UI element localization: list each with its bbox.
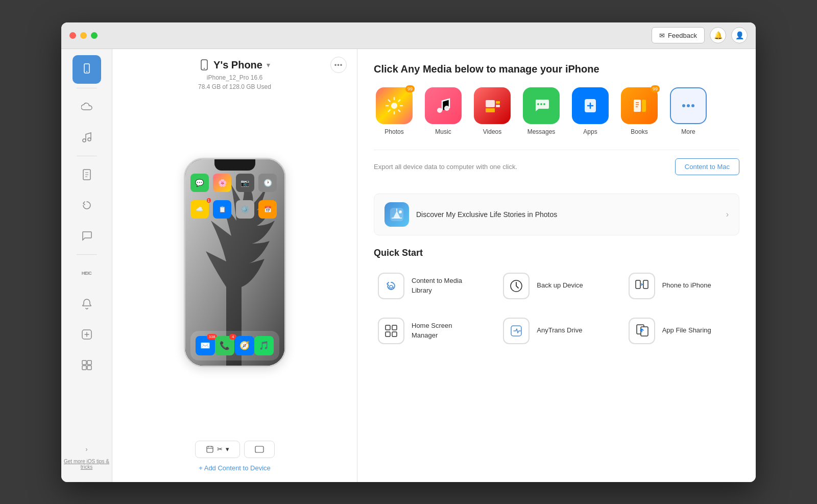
apps-svg xyxy=(581,96,600,115)
phone-app-grid-2: ☁️1 📋 ⚙️ 📅 xyxy=(188,200,281,219)
device-storage: 78.4 GB of 128.0 GB Used xyxy=(198,83,271,90)
content-to-mac-button[interactable]: Content to Mac xyxy=(675,158,739,175)
svg-rect-14 xyxy=(255,446,263,452)
sidebar-divider-2 xyxy=(77,156,97,156)
messages-label: Messages xyxy=(527,128,556,135)
sidebar-item-alerts[interactable] xyxy=(73,290,101,318)
life-stories-icon xyxy=(385,202,409,227)
phone-weather-app: ☁️1 xyxy=(190,200,209,219)
svg-point-22 xyxy=(537,103,539,105)
sidebar-item-tools[interactable] xyxy=(73,351,101,379)
sidebar-item-music[interactable] xyxy=(73,123,101,152)
add-content-link[interactable]: + Add Content to Device xyxy=(199,464,271,472)
media-item-photos[interactable]: 99 Photos xyxy=(374,87,415,135)
apps-label: Apps xyxy=(583,128,597,135)
device-name: Y's Phone xyxy=(213,59,262,71)
phone-settings-app: ⚙️ xyxy=(236,200,254,219)
dock-spotify-icon: 🎵 xyxy=(254,336,274,355)
books-icon: 99 xyxy=(621,87,658,124)
media-item-books[interactable]: 99 Books xyxy=(619,87,660,135)
appstore-icon xyxy=(81,329,92,340)
quick-item-backup[interactable]: Back up Device xyxy=(499,269,614,303)
messages-icon xyxy=(81,230,92,242)
export-row: Export all device data to computer with … xyxy=(374,150,739,183)
feedback-button[interactable]: ✉ Feedback xyxy=(652,27,705,43)
user-icon: 👤 xyxy=(735,31,744,39)
device-icon xyxy=(81,63,93,76)
sidebar-item-restore[interactable] xyxy=(73,191,101,220)
media-item-videos[interactable]: Videos xyxy=(472,87,513,135)
title-bar: ✉ Feedback 🔔 👤 xyxy=(61,22,756,49)
backup-svg xyxy=(509,278,524,294)
minimize-button[interactable] xyxy=(80,32,87,39)
music-icon xyxy=(425,87,462,124)
svg-rect-38 xyxy=(392,325,397,330)
device-panel: Y's Phone ▾ ••• iPhone_12_Pro 16.6 78.4 … xyxy=(112,49,357,482)
photos-label: Photos xyxy=(385,128,403,135)
sidebar-collapse-button[interactable]: › xyxy=(80,442,94,457)
media-title: Click Any Media below to manage your iPh… xyxy=(374,63,739,75)
svg-rect-36 xyxy=(643,280,648,289)
svg-rect-39 xyxy=(386,332,390,337)
sidebar-item-files[interactable] xyxy=(73,160,101,189)
svg-rect-35 xyxy=(636,280,640,289)
sidebar-bottom: › Get more iOS tips & tricks xyxy=(61,442,112,476)
apps-icon xyxy=(572,87,609,124)
app-file-sharing-icon xyxy=(629,318,655,344)
media-item-messages[interactable]: Messages xyxy=(521,87,562,135)
media-item-music[interactable]: Music xyxy=(423,87,464,135)
anytrans-drive-svg xyxy=(509,323,524,339)
export-text: Export all device data to computer with … xyxy=(374,163,517,171)
sidebar-item-device[interactable] xyxy=(73,55,101,84)
sidebar-tips-link[interactable]: Get more iOS tips & tricks xyxy=(61,459,112,470)
phone-to-phone-icon xyxy=(629,273,655,299)
quick-item-content-to-media[interactable]: Content to MediaLibrary xyxy=(374,269,489,303)
quick-item-phone-to-phone[interactable]: Phone to iPhone xyxy=(624,269,739,303)
messages-icon xyxy=(523,87,560,124)
more-svg xyxy=(679,96,698,115)
feedback-mail-icon: ✉ xyxy=(659,32,665,39)
svg-rect-13 xyxy=(207,446,213,452)
svg-point-30 xyxy=(691,104,694,107)
music-svg xyxy=(434,96,453,115)
life-stories-banner[interactable]: Discover My Exclusive Life Stories in Ph… xyxy=(374,194,739,235)
phone-messages-app: 💬 xyxy=(190,174,209,192)
sidebar-item-messages[interactable] xyxy=(73,222,101,250)
svg-rect-37 xyxy=(386,325,390,330)
maximize-button[interactable] xyxy=(91,32,98,39)
mirror-button[interactable] xyxy=(244,441,275,458)
sidebar-item-cloud[interactable] xyxy=(73,92,101,121)
dock-phone-icon: 📞 4 xyxy=(215,336,234,355)
sidebar-item-heic[interactable]: HEIC xyxy=(73,259,101,287)
quick-item-home-screen[interactable]: Home ScreenManager xyxy=(374,314,489,348)
close-button[interactable] xyxy=(69,32,76,39)
phone-clock-app: 🕐 xyxy=(258,174,277,192)
main-content: Click Any Media below to manage your iPh… xyxy=(357,49,756,482)
alerts-icon xyxy=(82,298,92,309)
user-button[interactable]: 👤 xyxy=(731,27,748,43)
svg-rect-18 xyxy=(486,100,495,107)
media-item-more[interactable]: More xyxy=(668,87,709,135)
screenshot-button[interactable]: ✂ ▾ xyxy=(195,441,240,458)
device-more-button[interactable]: ••• xyxy=(330,57,347,73)
quick-start-grid: Content to MediaLibrary Back up Device xyxy=(374,269,739,348)
screenshot-dropdown-icon: ▾ xyxy=(226,445,229,453)
sidebar-item-appstore[interactable] xyxy=(73,320,101,349)
content-to-media-label: Content to MediaLibrary xyxy=(412,276,462,295)
phone-notch xyxy=(214,159,255,171)
notification-button[interactable]: 🔔 xyxy=(710,27,726,43)
svg-point-17 xyxy=(444,106,449,111)
device-header-icon xyxy=(199,59,209,70)
life-stories-svg xyxy=(389,207,404,222)
phone-reminders-app: 📋 xyxy=(213,200,231,219)
anytrans-drive-label: AnyTrans Drive xyxy=(537,326,582,335)
quick-item-app-file-sharing[interactable]: App File Sharing xyxy=(624,314,739,348)
photos-svg xyxy=(384,95,404,116)
phone-to-phone-svg xyxy=(634,278,650,294)
phone-app-grid: 💬 🌸 📷 🕐 xyxy=(188,174,281,192)
life-stories-text: Discover My Exclusive Life Stories in Ph… xyxy=(416,210,719,219)
media-item-apps[interactable]: Apps xyxy=(570,87,611,135)
quick-item-anytrans-drive[interactable]: AnyTrans Drive xyxy=(499,314,614,348)
device-dropdown-icon[interactable]: ▾ xyxy=(267,61,270,69)
backup-label: Back up Device xyxy=(537,281,583,290)
